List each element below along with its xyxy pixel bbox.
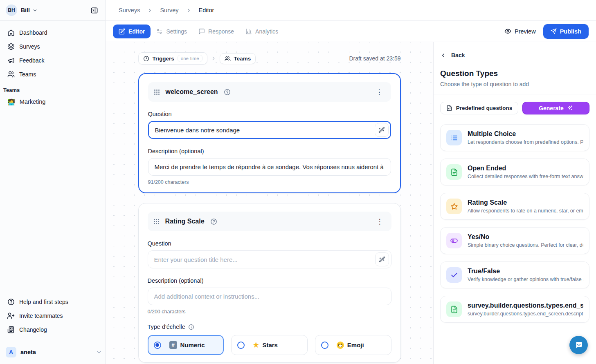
teams-section-label: Teams bbox=[0, 81, 105, 96]
chevron-down-icon[interactable] bbox=[32, 8, 38, 13]
sidebar-item-label: Changelog bbox=[19, 326, 47, 333]
breadcrumb-surveys[interactable]: Surveys bbox=[119, 7, 140, 13]
type-card-yes-no[interactable]: Yes/No Simple binary choice questions. P… bbox=[440, 227, 589, 254]
magic-wand-icon bbox=[379, 256, 385, 263]
scale-option-numeric[interactable]: # Numeric bbox=[148, 335, 224, 355]
type-description: Let respondents choose from predefined o… bbox=[468, 139, 583, 145]
preview-button[interactable]: Preview bbox=[504, 28, 536, 35]
sidebar-item-teams[interactable]: Teams bbox=[4, 67, 101, 81]
ai-rewrite-button[interactable] bbox=[375, 123, 389, 137]
scale-option-label: Emoji bbox=[347, 342, 364, 348]
panel-title: Question Types bbox=[440, 69, 589, 78]
radio-unchecked-icon bbox=[237, 342, 245, 349]
question-title-input[interactable] bbox=[148, 250, 391, 268]
triggers-label: Triggers bbox=[153, 56, 174, 62]
teams-node[interactable]: Teams bbox=[220, 53, 256, 64]
description-field-label: Description (optional) bbox=[148, 277, 391, 284]
scale-option-stars[interactable]: ★ Stars bbox=[231, 335, 308, 355]
teams-pill-label: Teams bbox=[234, 56, 251, 62]
sidebar-team-marketing[interactable]: 🧑‍💻 Marketing bbox=[4, 96, 101, 108]
sidebar-item-label: Teams bbox=[19, 71, 36, 78]
type-card-true-false[interactable]: True/False Verify knowledge or gather op… bbox=[440, 261, 589, 288]
drag-handle-icon[interactable] bbox=[153, 219, 160, 225]
workspace-name[interactable]: Bill bbox=[21, 7, 30, 13]
check-icon bbox=[446, 267, 462, 283]
toggle-icon bbox=[446, 233, 462, 248]
question-card-welcome-screen: welcome_screen ⋮ Question bbox=[138, 73, 401, 193]
user-plus-icon bbox=[7, 312, 15, 319]
publish-label: Publish bbox=[560, 28, 581, 35]
question-card-header: Rating Scale ⋮ bbox=[148, 212, 391, 231]
chevron-left-icon bbox=[440, 52, 446, 58]
tab-analytics[interactable]: Analytics bbox=[240, 25, 284, 38]
home-icon bbox=[7, 29, 15, 36]
tab-editor[interactable]: Editor bbox=[113, 25, 151, 38]
publish-button[interactable]: Publish bbox=[543, 24, 589, 39]
scale-option-label: Numeric bbox=[180, 342, 205, 348]
account-menu[interactable]: A aneta bbox=[0, 344, 105, 364]
panel-divider bbox=[434, 94, 596, 94]
send-icon bbox=[551, 28, 557, 34]
scale-type-options: # Numeric ★ Stars bbox=[148, 335, 391, 355]
chevron-right-icon bbox=[147, 8, 153, 13]
drag-handle-icon[interactable] bbox=[154, 89, 160, 95]
scale-option-label: Stars bbox=[262, 342, 278, 348]
flow-nodes-row: Triggers one-time Teams Draft sav bbox=[138, 52, 401, 65]
star-icon bbox=[446, 199, 462, 214]
team-label: Marketing bbox=[20, 98, 46, 105]
sidebar-item-feedback[interactable]: Feedback bbox=[4, 54, 101, 67]
question-card-rating-scale: Rating Scale ⋮ Question bbox=[138, 203, 401, 363]
tab-label: Editor bbox=[128, 28, 145, 35]
help-circle-icon[interactable] bbox=[224, 89, 231, 96]
question-title-input[interactable] bbox=[148, 121, 391, 139]
help-circle-icon[interactable] bbox=[210, 218, 217, 225]
char-counter: 0/200 characters bbox=[148, 309, 391, 315]
breadcrumb-survey[interactable]: Survey bbox=[160, 7, 178, 13]
pencil-square-icon bbox=[119, 28, 125, 35]
type-card-multiple-choice[interactable]: Multiple Choice Let respondents choose f… bbox=[440, 124, 589, 151]
generate-button[interactable]: Generate bbox=[522, 102, 589, 114]
type-description: Simple binary choice questions. Perfect … bbox=[468, 242, 583, 248]
sidebar-item-label: Surveys bbox=[19, 43, 40, 50]
type-description: Verify knowledge or gather opinions with… bbox=[468, 277, 583, 282]
scale-type-label-text: Type d'échelle bbox=[148, 324, 185, 330]
panel-actions: Predefined questions Generate bbox=[440, 102, 589, 114]
tab-settings[interactable]: Settings bbox=[151, 25, 193, 38]
sidebar-item-dashboard[interactable]: Dashboard bbox=[4, 26, 101, 40]
tab-response[interactable]: Response bbox=[193, 25, 240, 38]
back-button[interactable]: Back bbox=[440, 50, 465, 60]
card-menu-button[interactable]: ⋮ bbox=[373, 87, 385, 97]
description-input[interactable] bbox=[148, 158, 391, 176]
card-menu-button[interactable]: ⋮ bbox=[374, 217, 386, 227]
keycap-number-icon: # bbox=[169, 341, 177, 349]
sidebar-item-changelog[interactable]: Changelog bbox=[4, 323, 101, 337]
sidebar-collapse-button[interactable] bbox=[88, 4, 100, 16]
sidebar-spacer bbox=[0, 108, 105, 293]
ai-rewrite-button[interactable] bbox=[375, 252, 389, 266]
tab-label: Response bbox=[208, 28, 234, 35]
sidebar-item-label: Feedback bbox=[19, 57, 44, 64]
triggers-node[interactable]: Triggers one-time bbox=[138, 52, 207, 65]
question-field-label: Question bbox=[148, 240, 391, 247]
predefined-questions-button[interactable]: Predefined questions bbox=[440, 102, 518, 114]
sidebar-item-label: Invite teammates bbox=[19, 313, 63, 319]
type-card-open-ended[interactable]: Open Ended Collect detailed responses wi… bbox=[440, 159, 589, 185]
char-counter: 91/200 characters bbox=[148, 179, 391, 185]
info-icon[interactable] bbox=[188, 324, 194, 330]
sidebar-item-surveys[interactable]: Surveys bbox=[4, 40, 101, 54]
generate-label: Generate bbox=[539, 105, 564, 112]
preview-label: Preview bbox=[515, 28, 536, 35]
file-text-icon bbox=[446, 164, 462, 180]
sidebar-item-invite[interactable]: Invite teammates bbox=[4, 309, 101, 323]
file-text-icon bbox=[446, 301, 462, 317]
workspace-avatar: BH bbox=[6, 4, 17, 16]
account-avatar: A bbox=[6, 347, 16, 357]
sidebar-item-help[interactable]: Help and first steps bbox=[4, 295, 101, 309]
type-card-rating-scale[interactable]: Rating Scale Allow respondents to rate o… bbox=[440, 193, 589, 220]
chevron-right-icon bbox=[186, 8, 191, 13]
chevron-down-icon bbox=[96, 349, 102, 355]
description-input[interactable] bbox=[148, 288, 391, 305]
type-card-end-screen[interactable]: survey.builder.questions.types.end_scr..… bbox=[440, 296, 589, 323]
scale-option-emoji[interactable]: Emoji bbox=[315, 335, 391, 355]
main-area: Surveys Survey Editor Editor Setting bbox=[106, 0, 596, 364]
